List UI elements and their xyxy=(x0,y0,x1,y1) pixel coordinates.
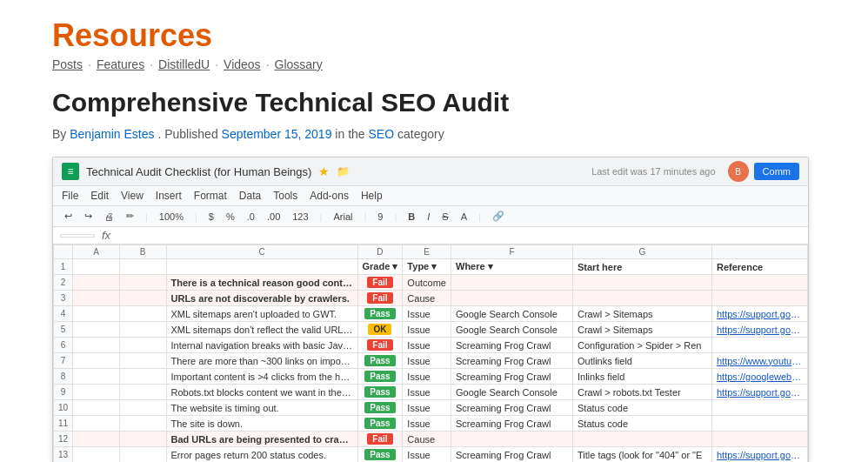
col-b: B xyxy=(119,245,166,259)
where-cell: Screaming Frog Crawl xyxy=(451,338,573,353)
sheet-right: Last edit was 17 minutes ago B Comm xyxy=(591,161,799,182)
row-number: 6 xyxy=(54,338,73,353)
menu-file[interactable]: File xyxy=(62,188,78,204)
col-a-cell xyxy=(73,353,120,369)
currency-icon[interactable]: $ xyxy=(206,210,217,224)
menu-insert[interactable]: Insert xyxy=(156,188,182,204)
col-b-cell xyxy=(119,291,166,306)
ref-cell[interactable]: https://googlewebmaster xyxy=(712,369,808,385)
ref-cell[interactable] xyxy=(712,275,808,291)
table-row: 6Internal navigation breaks with basic J… xyxy=(54,338,808,353)
col-a-cell xyxy=(73,400,120,416)
format-icon[interactable]: 123 xyxy=(290,210,310,224)
grade-cell: Pass xyxy=(357,447,403,463)
nav-sep-4: · xyxy=(266,57,270,71)
cell-reference[interactable] xyxy=(60,234,95,238)
menu-data[interactable]: Data xyxy=(239,188,261,204)
zoom-selector[interactable]: 100% xyxy=(157,210,186,224)
description-cell[interactable]: There are more than ~300 links on import… xyxy=(166,353,357,369)
type-cell: Issue xyxy=(403,385,451,400)
col-h xyxy=(712,245,808,259)
in-the: in the xyxy=(335,127,368,141)
where-cell: Screaming Frog Crawl xyxy=(451,400,573,416)
menu-edit[interactable]: Edit xyxy=(90,188,109,204)
description-cell[interactable]: XML sitemaps don't reflect the valid URL… xyxy=(166,322,357,338)
sep1: | xyxy=(145,211,148,222)
grade-cell: Pass xyxy=(357,385,403,400)
fx-label: fx xyxy=(102,229,110,242)
menu-help[interactable]: Help xyxy=(361,188,383,204)
date-link[interactable]: September 15, 2019 xyxy=(222,127,332,141)
decimal2-icon[interactable]: .00 xyxy=(264,210,283,224)
start-cell: Inlinks field xyxy=(573,369,712,385)
link-btn[interactable]: 🔗 xyxy=(490,209,507,224)
byline-prefix: By xyxy=(52,127,66,141)
bold-btn[interactable]: B xyxy=(405,210,417,224)
ref-cell[interactable] xyxy=(712,416,808,432)
h-type: Type ▾ xyxy=(403,259,451,275)
description-cell[interactable]: There is a technical reason good content… xyxy=(166,275,357,291)
menu-tools[interactable]: Tools xyxy=(273,188,297,204)
formula-bar: fx xyxy=(53,227,808,244)
paint-icon[interactable]: ✏ xyxy=(124,209,137,224)
nav-glossary[interactable]: Glossary xyxy=(275,57,323,71)
menu-addons[interactable]: Add-ons xyxy=(310,188,349,204)
ref-cell[interactable]: https://support.google.co xyxy=(712,385,808,400)
description-cell[interactable]: The website is timing out. xyxy=(166,400,357,416)
ref-cell[interactable]: https://support.google.co xyxy=(712,322,808,338)
ref-cell[interactable] xyxy=(712,400,808,416)
nav-videos[interactable]: Videos xyxy=(224,57,261,71)
redo-icon[interactable]: ↪ xyxy=(82,209,95,224)
font-selector[interactable]: Arial xyxy=(331,210,355,224)
row-number: 10 xyxy=(54,400,73,416)
start-cell: Status code xyxy=(573,400,712,416)
description-cell[interactable]: Robots.txt blocks content we want in the… xyxy=(166,385,357,400)
percent-icon[interactable]: % xyxy=(224,210,237,224)
print-icon[interactable]: 🖨 xyxy=(102,210,117,224)
description-cell[interactable]: Important content is >4 clicks from the … xyxy=(166,369,357,385)
description-cell[interactable]: XML sitemaps aren't uploaded to GWT. xyxy=(166,306,357,322)
row-number: 2 xyxy=(54,275,73,291)
description-cell[interactable]: Bad URLs are being presented to crawlers… xyxy=(166,432,357,447)
type-cell: Issue xyxy=(403,447,451,463)
h-grade: Grade ▾ xyxy=(357,259,403,275)
undo-icon[interactable]: ↩ xyxy=(62,209,75,224)
start-cell: Crawl > Sitemaps xyxy=(573,322,712,338)
ref-cell[interactable] xyxy=(712,432,808,447)
description-cell[interactable]: Internal navigation breaks with basic Ja… xyxy=(166,338,357,353)
grade-badge: Fail xyxy=(367,277,392,288)
sep5: | xyxy=(394,211,397,222)
start-cell: Crawl > robots.txt Tester xyxy=(573,385,712,400)
folder-icon[interactable]: 📁 xyxy=(337,165,350,177)
decimal-icon[interactable]: .0 xyxy=(244,210,257,224)
ref-cell[interactable] xyxy=(712,338,808,353)
ref-cell[interactable] xyxy=(712,291,808,306)
menu-format[interactable]: Format xyxy=(194,188,227,204)
description-cell[interactable]: URLs are not discoverable by crawlers. xyxy=(166,291,357,306)
color-btn[interactable]: A xyxy=(458,210,470,224)
ref-cell[interactable]: https://www.youtube.co xyxy=(712,353,808,369)
strikethrough-btn[interactable]: S xyxy=(439,210,451,224)
type-cell: Issue xyxy=(403,416,451,432)
font-size[interactable]: 9 xyxy=(375,210,385,224)
h-c xyxy=(166,259,357,275)
ref-cell[interactable]: https://support.google.co xyxy=(712,306,808,322)
description-cell[interactable]: The site is down. xyxy=(166,416,357,432)
nav-features[interactable]: Features xyxy=(97,57,144,71)
star-icon[interactable]: ★ xyxy=(318,164,330,178)
sep4: | xyxy=(364,211,366,222)
ref-cell[interactable]: https://support.google.co xyxy=(712,447,808,463)
category-link[interactable]: SEO xyxy=(368,127,394,141)
menu-view[interactable]: View xyxy=(121,188,144,204)
start-cell: Title tags (look for "404" or "E xyxy=(573,447,712,463)
description-cell[interactable]: Error pages return 200 status codes. xyxy=(166,447,357,463)
author-link[interactable]: Benjamin Estes xyxy=(70,127,154,141)
type-cell: Cause xyxy=(403,432,451,447)
where-cell: Google Search Console xyxy=(451,385,573,400)
col-a-cell xyxy=(73,291,120,306)
italic-btn[interactable]: I xyxy=(424,210,432,224)
nav-posts[interactable]: Posts xyxy=(52,57,83,71)
share-button[interactable]: Comm xyxy=(754,163,799,180)
nav-distilledu[interactable]: DistilledU xyxy=(158,57,210,71)
col-a-cell xyxy=(73,416,120,432)
